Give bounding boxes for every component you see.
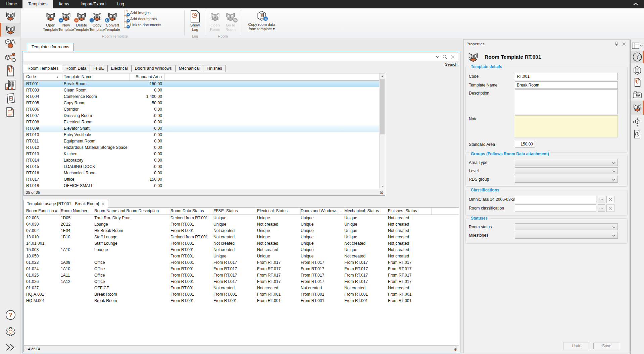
tab-electrical[interactable]: Electrical — [108, 65, 132, 72]
open-room-button[interactable]: OpenRoom — [207, 10, 223, 36]
menu-templates[interactable]: Templates — [22, 0, 53, 8]
save-button[interactable]: Save — [593, 343, 620, 349]
column-header-code[interactable]: Code ▲ — [24, 73, 62, 80]
tab-room-template[interactable] — [631, 101, 644, 115]
scrollbar-thumb[interactable] — [380, 79, 385, 134]
add-images-button[interactable]: + Add Images — [123, 10, 167, 15]
tab-images[interactable] — [631, 88, 644, 101]
room-classification-field[interactable] — [515, 204, 596, 212]
column-header-electrical-status[interactable]: Electrical: Status — [257, 208, 301, 215]
undo-button[interactable]: Undo — [563, 343, 590, 349]
layout-view-button[interactable] — [631, 41, 644, 50]
sidebar-item-items[interactable] — [0, 37, 21, 50]
table-row[interactable]: RT.012Hazardous Material Storage Space0.… — [24, 144, 379, 151]
ribbon-collapse-button[interactable] — [633, 2, 639, 6]
tab-log[interactable] — [631, 128, 644, 140]
help-button[interactable] — [0, 308, 21, 322]
room-status-select[interactable] — [515, 223, 618, 230]
table-row[interactable]: RT.009Elevator Shaft0.00 — [24, 125, 379, 132]
show-log-button[interactable]: ShowLog — [186, 10, 204, 36]
menu-items[interactable]: Items — [53, 0, 75, 8]
column-header-finishes-status[interactable]: Finishes: Status — [388, 208, 432, 215]
sidebar-item-room-templates[interactable] — [0, 23, 21, 37]
open-template-button[interactable]: OpenTemplate — [43, 10, 58, 36]
tab-templates-for-rooms[interactable]: Templates for rooms — [27, 43, 74, 51]
table-row[interactable]: RT.006Corridor0.00 — [24, 106, 379, 113]
omniclass-clear-button[interactable] — [606, 196, 614, 203]
table-row[interactable]: RT.014Laboratory0.00 — [24, 157, 379, 164]
column-header-room-data-status[interactable]: Room Data Status — [170, 208, 213, 215]
vertical-scrollbar[interactable]: ▲ ▼ — [379, 73, 385, 189]
table-row[interactable]: RT.001Break Room150.00 — [24, 81, 379, 87]
tab-mechanical[interactable]: Mechanical — [176, 65, 203, 72]
level-select[interactable] — [515, 167, 618, 174]
sidebar-item-item-relations[interactable] — [0, 50, 21, 64]
table-row[interactable]: RT.017Office150.00 — [24, 176, 379, 183]
table-row[interactable]: 04.0302C22LoungeFrom RT.001UniqueNot cre… — [24, 221, 459, 228]
sidebar-item-catalog[interactable] — [0, 92, 21, 105]
table-row[interactable]: RT.015LOADING DOCK0.00 — [24, 164, 379, 170]
table-row[interactable]: RT.004Conference Room1,400.00 — [24, 94, 379, 100]
tab-ffe[interactable]: FF&E — [90, 65, 107, 72]
scroll-down-icon[interactable]: ▼ — [380, 184, 385, 189]
room-classification-clear-button[interactable] — [606, 204, 614, 212]
table-row[interactable]: 18.050From RT.001UniqueUniqueUniqueNot c… — [24, 253, 459, 259]
tab-room-data[interactable]: Room Data — [62, 65, 90, 72]
room-classification-browse-button[interactable]: ... — [598, 204, 605, 212]
table-row[interactable]: HQ.M.001Break RoomFrom RT.001From RT.001… — [24, 298, 459, 304]
column-header-ffe-status[interactable]: FF&E: Status — [213, 208, 257, 215]
table-row[interactable]: 01.0231A09OfficeFrom RT.001From RT.017Fr… — [24, 259, 459, 266]
table-row[interactable]: 02.0031D05Trmt Rm. Dirty Proc.Derived fr… — [24, 215, 459, 221]
chevron-down-icon[interactable] — [436, 56, 439, 58]
table-row[interactable]: RT.008Electrical Room0.00 — [24, 119, 379, 125]
milestones-select[interactable] — [515, 232, 618, 239]
menu-import-export[interactable]: Import/Export — [75, 0, 111, 8]
tab-finishes[interactable]: Finishes — [203, 65, 226, 72]
add-documents-button[interactable]: + Add documents — [123, 16, 167, 21]
column-header-mechanical-status[interactable]: Mechanical: Status — [344, 208, 388, 215]
search-link[interactable]: Search — [445, 62, 457, 67]
sidebar-item-buildings[interactable] — [0, 78, 21, 92]
sidebar-item-attachments[interactable] — [0, 64, 21, 78]
rds-group-select[interactable] — [515, 176, 618, 183]
column-header-standard-area[interactable]: Standard Area — [130, 73, 165, 80]
pin-icon[interactable] — [614, 41, 619, 47]
table-row[interactable]: RT.016Mechanical Room0.00 — [24, 170, 379, 176]
sidebar-item-reports[interactable] — [0, 105, 21, 119]
table-row[interactable]: 14.01.001Staff LoungeFrom RT.001Not crea… — [24, 240, 459, 247]
tab-attachments[interactable] — [631, 76, 644, 88]
table-row[interactable]: 01.0241A10OfficeFrom RT.001From RT.017Fr… — [24, 266, 459, 272]
search-input[interactable] — [24, 53, 436, 61]
description-field[interactable] — [515, 90, 618, 114]
scroll-up-icon[interactable]: ▲ — [380, 73, 385, 78]
menu-log[interactable]: Log — [111, 0, 130, 8]
table-row[interactable]: 01.0261A12OfficeFrom RT.001From RT.017Fr… — [24, 279, 459, 285]
delete-template-button[interactable]: − DeleteTemplate — [74, 10, 89, 36]
tab-info[interactable] — [631, 51, 644, 63]
rooms-mini-icon[interactable] — [379, 190, 384, 195]
omniclass-browse-button[interactable]: ... — [598, 196, 605, 203]
sidebar-item-rooms[interactable] — [0, 9, 21, 23]
link-to-documents-button[interactable]: ∞ Link to documents — [123, 22, 167, 27]
copy-room-data-button[interactable]: = Copy room datafrom template ▾ — [242, 10, 281, 36]
omniclass-field[interactable] — [515, 196, 596, 203]
table-row[interactable]: RT.010Entry Vestibule0.00 — [24, 132, 379, 138]
column-header-room-number[interactable]: Room Number — [61, 208, 94, 215]
tab-doors-and-windows[interactable]: Doors and Windows — [132, 65, 176, 72]
go-to-room-button[interactable]: ↷ Go toRoom — [223, 10, 238, 36]
table-row[interactable]: RT.005Copy Room50.00 — [24, 100, 379, 106]
convert-template-button[interactable]: ↻ ConvertTemplate — [105, 10, 120, 36]
clear-search-icon[interactable] — [451, 55, 455, 59]
table-row[interactable]: RT.007Dressing Room0.00 — [24, 113, 379, 119]
code-field[interactable] — [515, 73, 618, 80]
table-row[interactable]: 13.0101B10Staff LoungeDerived from RT.00… — [24, 234, 459, 240]
column-header-room-name[interactable]: Room Name and Room Description — [94, 208, 170, 215]
template-name-field[interactable] — [515, 81, 618, 89]
copy-template-button[interactable]: = CopyTemplate — [89, 10, 105, 36]
column-header-room-function[interactable]: Room Function # — [24, 208, 61, 215]
tab-room-data-sheet[interactable] — [631, 64, 644, 76]
standard-area-field[interactable] — [515, 141, 535, 148]
tab-template-usage[interactable]: Template usage [RT.001 - Break Room] × — [23, 200, 108, 208]
area-type-select[interactable] — [515, 159, 618, 166]
expand-sidebar-button[interactable] — [0, 340, 21, 354]
